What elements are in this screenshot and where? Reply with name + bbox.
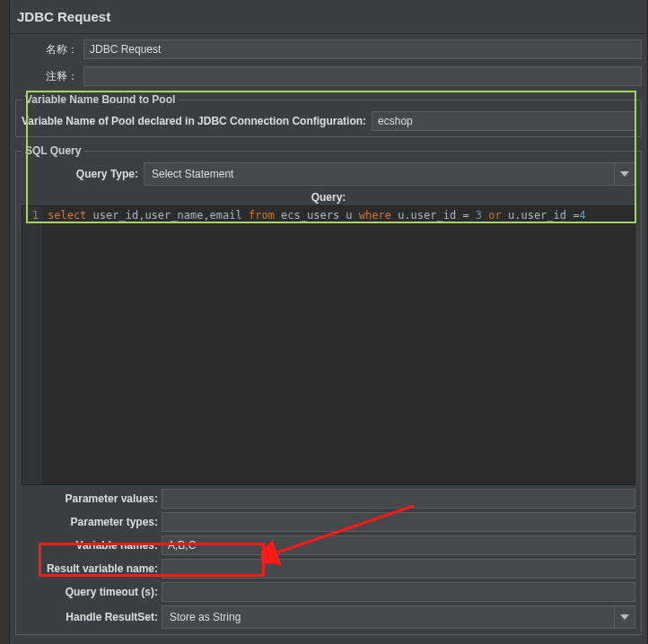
- sql-fieldset-title: SQL Query: [22, 144, 84, 157]
- variable-names-input[interactable]: [162, 535, 635, 555]
- query-timeout-input[interactable]: [162, 582, 635, 602]
- result-variable-input[interactable]: [162, 559, 635, 579]
- name-input[interactable]: [83, 39, 642, 59]
- name-label: 名称：: [42, 42, 78, 57]
- parameter-values-input[interactable]: [162, 489, 635, 509]
- code-token: 4: [579, 209, 585, 222]
- editor-code[interactable]: select user_id,user_name,email from ecs_…: [42, 206, 635, 484]
- svg-marker-0: [620, 171, 629, 177]
- query-timeout-row: Query timeout (s):: [22, 582, 635, 602]
- result-variable-label: Result variable name:: [22, 562, 158, 575]
- handle-resultset-combo[interactable]: Store as String: [162, 605, 635, 629]
- code-token: from: [249, 209, 281, 222]
- query-header: Query:: [22, 191, 635, 204]
- variable-names-row: Variable names:: [22, 535, 635, 555]
- variable-names-label: Variable names:: [22, 539, 158, 552]
- code-token: or: [488, 209, 508, 222]
- parameter-types-row: Parameter types:: [22, 512, 635, 532]
- sql-fieldset: SQL Query Query Type: Select Statement Q…: [15, 144, 642, 635]
- code-token: ecs_users u: [281, 209, 359, 222]
- pool-row: Variable Name of Pool declared in JDBC C…: [22, 111, 635, 131]
- query-timeout-label: Query timeout (s):: [22, 586, 158, 598]
- pool-fieldset: Variable Name Bound to Pool Variable Nam…: [15, 93, 642, 137]
- parameter-values-row: Parameter values:: [22, 489, 635, 509]
- panel-body: 名称： 注释： Variable Name Bound to Pool Vari…: [10, 34, 647, 644]
- code-token: u.user_id =: [398, 209, 476, 222]
- svg-marker-1: [620, 614, 629, 620]
- handle-resultset-value: Store as String: [170, 611, 241, 623]
- code-token: where: [359, 209, 398, 222]
- code-token: 3: [476, 209, 488, 222]
- jdbc-request-panel: JDBC Request 名称： 注释： Variable Name Bound…: [9, 0, 648, 644]
- query-type-row: Query Type: Select Statement: [22, 162, 635, 186]
- query-type-label: Query Type:: [22, 168, 138, 180]
- query-type-value: Select Statement: [152, 168, 233, 180]
- code-token: select: [48, 209, 93, 222]
- comment-label: 注释：: [42, 69, 78, 84]
- name-row: 名称：: [13, 38, 644, 61]
- code-token: user_id,user_name,email: [93, 209, 249, 222]
- parameter-types-input[interactable]: [162, 512, 635, 532]
- chevron-down-icon: [614, 163, 635, 185]
- pool-fieldset-title: Variable Name Bound to Pool: [22, 93, 179, 106]
- result-variable-row: Result variable name:: [22, 559, 635, 579]
- comment-row: 注释：: [13, 65, 644, 88]
- pool-label: Variable Name of Pool declared in JDBC C…: [22, 115, 366, 127]
- page-title: JDBC Request: [10, 0, 647, 34]
- sql-editor[interactable]: 1 select user_id,user_name,email from ec…: [22, 205, 635, 485]
- chevron-down-icon: [614, 606, 635, 628]
- comment-input[interactable]: [83, 66, 642, 86]
- parameter-values-label: Parameter values:: [22, 492, 158, 505]
- pool-input[interactable]: [372, 111, 635, 131]
- line-number: 1: [22, 208, 39, 222]
- handle-resultset-label: Handle ResultSet:: [22, 611, 158, 623]
- code-token: u.user_id =: [508, 209, 579, 222]
- parameter-types-label: Parameter types:: [22, 516, 158, 528]
- handle-resultset-row: Handle ResultSet: Store as String: [22, 605, 635, 629]
- editor-gutter: 1: [22, 206, 42, 484]
- query-type-combo[interactable]: Select Statement: [144, 162, 635, 186]
